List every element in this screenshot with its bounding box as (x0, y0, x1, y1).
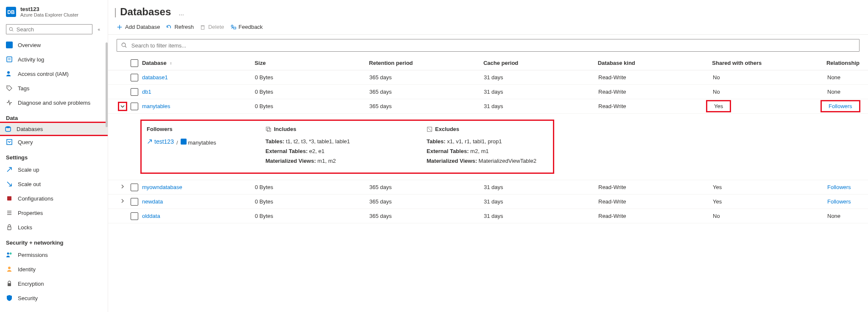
lock-icon (6, 224, 13, 231)
toolbar-label: Refresh (174, 24, 194, 30)
add-database-button[interactable]: Add Database (117, 24, 160, 30)
sidebar-item-permissions[interactable]: Permissions (0, 248, 108, 262)
database-link[interactable]: newdata (142, 198, 163, 205)
page-more-button[interactable]: … (174, 10, 184, 17)
cluster-name[interactable]: test123 (20, 6, 78, 12)
page-header: | Databases … (108, 0, 868, 21)
col-header-kind[interactable]: Database kind (598, 60, 712, 66)
plus-icon (117, 24, 123, 30)
database-link[interactable]: db1 (142, 89, 151, 95)
size-cell: 0 Bytes (255, 198, 369, 205)
sidebar-item-configurations[interactable]: Configurations (0, 191, 108, 206)
sidebar-item-databases[interactable]: Databases (0, 122, 108, 136)
size-cell: 0 Bytes (255, 184, 369, 190)
sidebar-item-query[interactable]: Query (0, 135, 108, 149)
delete-button: Delete (200, 24, 224, 30)
svg-line-28 (125, 46, 126, 47)
sidebar-item-overview[interactable]: Overview (0, 38, 108, 52)
collapse-sidebar-button[interactable]: « (96, 25, 102, 33)
col-header-size[interactable]: Size (255, 60, 369, 66)
filter-box[interactable] (117, 39, 860, 52)
delete-icon (200, 24, 206, 30)
expand-toggle[interactable] (120, 198, 125, 205)
relationship-link[interactable]: Followers (827, 198, 851, 205)
relationship-link[interactable]: Followers (829, 103, 852, 109)
col-header-relationship[interactable]: Relationship (826, 60, 860, 66)
sidebar-item-access-control[interactable]: Access control (IAM) (0, 67, 108, 81)
svg-rect-31 (267, 128, 271, 131)
table-header: Database ↑ Size Retention period Cache p… (108, 56, 868, 70)
relationship-link[interactable]: Followers (827, 184, 851, 190)
database-link[interactable]: myowndatabase (142, 184, 182, 190)
filter-input[interactable] (131, 42, 855, 49)
sidebar-item-scale-up[interactable]: Scale up (0, 162, 108, 177)
svg-line-33 (428, 128, 431, 131)
refresh-button[interactable]: Refresh (166, 24, 194, 30)
col-header-shared[interactable]: Shared with others (712, 60, 826, 66)
table-row: database10 Bytes365 days31 daysRead-Writ… (108, 70, 868, 85)
sidebar-item-label: Activity log (18, 56, 44, 63)
sidebar-search-input[interactable] (17, 26, 90, 33)
sidebar-item-properties[interactable]: Properties (0, 206, 108, 220)
sidebar-item-identity[interactable]: Identity (0, 262, 108, 276)
table-row: olddata0 Bytes365 days31 daysRead-WriteN… (108, 209, 868, 223)
col-header-database[interactable]: Database ↑ (140, 60, 255, 66)
sidebar-scrollbar[interactable] (106, 42, 108, 127)
follower-cluster-link[interactable]: test123 (147, 138, 174, 145)
includes-ext-value: e2, e1 (309, 148, 324, 154)
database-link[interactable]: database1 (142, 74, 168, 81)
sidebar-item-label: Properties (18, 210, 43, 216)
col-header-cache[interactable]: Cache period (483, 60, 598, 66)
svg-rect-16 (8, 227, 11, 230)
retention-cell: 365 days (369, 89, 484, 95)
feedback-button[interactable]: Feedback (230, 24, 263, 30)
excludes-mv-value: MaterializedViewTable2 (479, 158, 536, 164)
sidebar-item-activity-log[interactable]: Activity log (0, 52, 108, 67)
expand-toggle[interactable] (120, 184, 125, 190)
scale-out-icon (6, 181, 13, 187)
size-cell: 0 Bytes (255, 103, 369, 109)
database-link[interactable]: manytables (142, 103, 170, 109)
databases-table: Database ↑ Size Retention period Cache p… (108, 56, 868, 223)
row-checkbox[interactable] (131, 184, 138, 191)
row-checkbox[interactable] (131, 74, 138, 81)
select-all-checkbox[interactable] (131, 59, 138, 67)
feedback-icon (230, 24, 236, 30)
properties-icon (6, 209, 13, 216)
sidebar-item-diagnose[interactable]: Diagnose and solve problems (0, 95, 108, 110)
toolbar: Add Database Refresh Delete Feedback (108, 21, 868, 35)
sidebar-search[interactable] (6, 24, 92, 34)
config-icon (6, 195, 13, 202)
sidebar-item-label: Databases (17, 126, 43, 132)
expand-toggle[interactable] (118, 102, 127, 111)
sidebar-item-locks[interactable]: Locks (0, 220, 108, 234)
row-checkbox[interactable] (131, 198, 138, 206)
excludes-mv-label: Materialized Views: (427, 158, 477, 164)
shared-cell: Yes (713, 184, 722, 190)
svg-rect-20 (8, 283, 11, 286)
kind-cell: Read-Write (598, 89, 713, 95)
row-checkbox[interactable] (131, 103, 138, 110)
cluster-icon: DB (6, 7, 16, 17)
database-icon (181, 139, 187, 145)
cluster-icon (147, 139, 153, 145)
sidebar-item-encryption[interactable]: Encryption (0, 276, 108, 291)
row-checkbox[interactable] (131, 212, 138, 220)
sidebar-item-label: Encryption (18, 281, 44, 287)
excludes-icon (427, 126, 433, 132)
excludes-ext-label: External Tables: (427, 148, 469, 154)
search-icon (121, 42, 127, 48)
database-link[interactable]: olddata (142, 213, 160, 219)
iam-icon (6, 70, 13, 77)
sidebar-item-security[interactable]: Security (0, 291, 108, 305)
col-header-retention[interactable]: Retention period (369, 60, 483, 66)
sidebar-item-tags[interactable]: Tags (0, 81, 108, 95)
table-row: myowndatabase0 Bytes365 days31 daysRead-… (108, 180, 868, 195)
row-checkbox[interactable] (131, 88, 138, 96)
shared-cell: No (713, 89, 720, 95)
breadcrumb-separator: | (114, 6, 117, 18)
retention-cell: 365 days (369, 213, 484, 219)
sidebar-item-scale-out[interactable]: Scale out (0, 177, 108, 191)
table-row: newdata0 Bytes365 days31 daysRead-WriteY… (108, 195, 868, 209)
svg-rect-29 (181, 139, 187, 145)
